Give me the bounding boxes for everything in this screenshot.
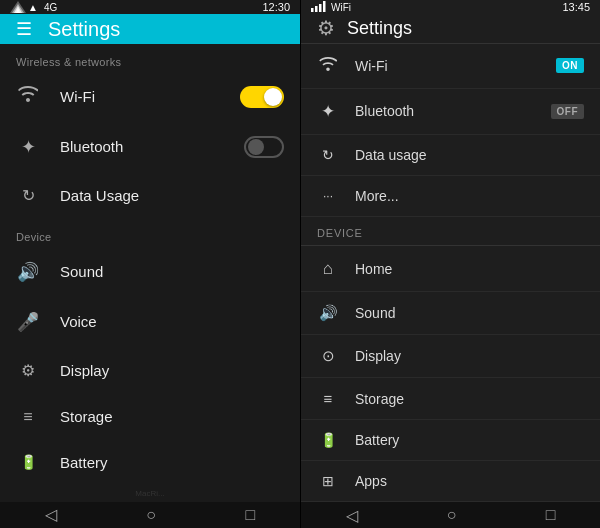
right-sound-icon: 🔊: [317, 304, 339, 322]
right-home-label: Home: [355, 261, 584, 277]
left-data-label: Data Usage: [60, 187, 284, 204]
sound-icon: 🔊: [16, 261, 40, 283]
right-title: Settings: [347, 18, 412, 39]
right-item-data-usage[interactable]: ↻ Data usage: [301, 135, 600, 176]
right-apps-label: Apps: [355, 473, 584, 489]
bluetooth-icon: ✦: [16, 136, 40, 158]
left-section-device: Device: [0, 219, 300, 247]
right-recent-icon[interactable]: □: [546, 506, 556, 524]
right-item-battery[interactable]: 🔋 Battery: [301, 420, 600, 461]
hamburger-icon[interactable]: ☰: [16, 18, 32, 40]
svg-rect-5: [315, 6, 318, 12]
wifi-icon: [16, 86, 40, 107]
left-voice-label: Voice: [60, 313, 284, 330]
svg-rect-7: [323, 1, 326, 12]
right-item-apps[interactable]: ⊞ Apps: [301, 461, 600, 502]
left-item-storage[interactable]: ≡ Storage: [0, 394, 300, 440]
right-bluetooth-icon: ✦: [317, 101, 339, 122]
left-item-sound[interactable]: 🔊 Sound: [0, 247, 300, 297]
data-usage-icon: ↻: [16, 186, 40, 205]
right-status-icons: WiFi: [331, 2, 351, 13]
right-panel: WiFi 13:45 ⚙ Settings Wi-Fi ON ✦ Bluetoo…: [300, 0, 600, 528]
left-item-data-usage[interactable]: ↻ Data Usage: [0, 172, 300, 219]
right-item-home[interactable]: ⌂ Home: [301, 247, 600, 292]
left-title: Settings: [48, 18, 120, 41]
home-icon[interactable]: ○: [146, 506, 156, 524]
left-panel: ▲ 4G 12:30 ☰ Settings Wireless & network…: [0, 0, 300, 528]
right-data-label: Data usage: [355, 147, 584, 163]
left-header: ☰ Settings: [0, 14, 300, 44]
right-item-bluetooth[interactable]: ✦ Bluetooth OFF: [301, 89, 600, 135]
right-home-icon: ⌂: [317, 259, 339, 279]
left-item-bluetooth[interactable]: ✦ Bluetooth: [0, 122, 300, 172]
right-signal-icon: [311, 0, 327, 14]
left-status-icons: ▲ 4G: [28, 2, 57, 13]
display-icon: ⚙: [16, 361, 40, 380]
voice-icon: 🎤: [16, 311, 40, 333]
left-item-wifi[interactable]: Wi-Fi: [0, 72, 300, 122]
right-item-storage[interactable]: ≡ Storage: [301, 378, 600, 420]
wifi-toggle[interactable]: [240, 86, 284, 108]
right-time: 13:45: [562, 1, 590, 13]
svg-rect-6: [319, 4, 322, 12]
device-divider: [301, 245, 600, 246]
right-status-bar: WiFi 13:45: [301, 0, 600, 14]
storage-icon: ≡: [16, 408, 40, 426]
gear-icon: ⚙: [317, 16, 335, 40]
left-item-battery[interactable]: 🔋 Battery: [0, 440, 300, 485]
wifi-badge: ON: [556, 58, 584, 73]
left-display-label: Display: [60, 362, 284, 379]
left-watermark: MacRi...: [0, 485, 300, 502]
right-item-display[interactable]: ⊙ Display: [301, 335, 600, 378]
right-more-icon: ···: [317, 189, 339, 203]
right-storage-icon: ≡: [317, 390, 339, 407]
right-wifi-label: Wi-Fi: [355, 58, 540, 74]
right-more-label: More...: [355, 188, 584, 204]
right-device-section: DEVICE: [301, 217, 600, 243]
left-battery-label: Battery: [60, 454, 284, 471]
right-wifi-icon: [317, 56, 339, 76]
right-item-more[interactable]: ··· More...: [301, 176, 600, 217]
right-item-wifi[interactable]: Wi-Fi ON: [301, 44, 600, 89]
right-display-label: Display: [355, 348, 584, 364]
right-apps-icon: ⊞: [317, 473, 339, 489]
back-icon[interactable]: ◁: [45, 505, 57, 524]
right-data-icon: ↻: [317, 147, 339, 163]
right-display-icon: ⊙: [317, 347, 339, 365]
left-wifi-label: Wi-Fi: [60, 88, 220, 105]
right-nav-bar: ◁ ○ □: [301, 502, 600, 528]
left-section-wireless: Wireless & networks: [0, 44, 300, 72]
left-nav-bar: ◁ ○ □: [0, 502, 300, 528]
right-item-sound[interactable]: 🔊 Sound: [301, 292, 600, 335]
bluetooth-badge: OFF: [551, 104, 585, 119]
right-bluetooth-label: Bluetooth: [355, 103, 535, 119]
right-battery-icon: 🔋: [317, 432, 339, 448]
right-sound-label: Sound: [355, 305, 584, 321]
right-back-icon[interactable]: ◁: [346, 506, 358, 525]
left-bluetooth-label: Bluetooth: [60, 138, 224, 155]
left-sound-label: Sound: [60, 263, 284, 280]
left-status-bar: ▲ 4G 12:30: [0, 0, 300, 14]
battery-icon: 🔋: [16, 454, 40, 470]
bluetooth-toggle[interactable]: [244, 136, 284, 158]
left-item-voice[interactable]: 🎤 Voice: [0, 297, 300, 347]
right-storage-label: Storage: [355, 391, 584, 407]
recent-icon[interactable]: □: [246, 506, 256, 524]
right-battery-label: Battery: [355, 432, 584, 448]
left-item-display[interactable]: ⚙ Display: [0, 347, 300, 394]
right-home-nav-icon[interactable]: ○: [447, 506, 457, 524]
left-storage-label: Storage: [60, 408, 284, 425]
right-header: ⚙ Settings: [301, 14, 600, 44]
left-time: 12:30: [262, 1, 290, 13]
svg-rect-4: [311, 8, 314, 12]
